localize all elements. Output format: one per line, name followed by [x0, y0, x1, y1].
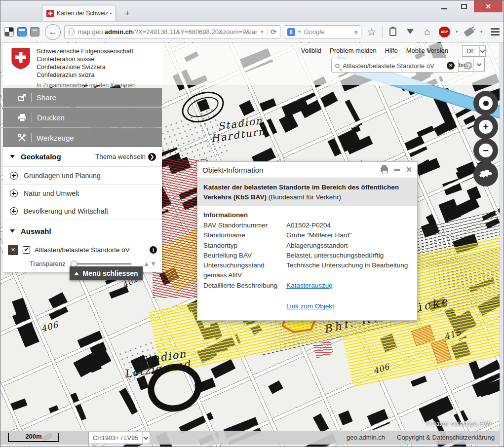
url-text: map.geo.admin.ch/?X=249138.11&Y=680698.2… [78, 28, 257, 36]
remove-layer-icon[interactable]: ✕ [8, 245, 18, 255]
popup-title: Objekt-Information [202, 166, 381, 174]
bookmarks-panel-icon[interactable] [386, 25, 400, 39]
category-natur[interactable]: Natur und Umwelt [3, 185, 162, 202]
logo-line: Schweizerische Eidgenossenschaft [37, 48, 136, 56]
info-row: Link zum Objekt [203, 301, 411, 311]
popup-layer-title: Kataster der belasteten Standorte im Ber… [197, 178, 417, 206]
layer-info-icon[interactable]: i [150, 246, 157, 254]
menu-item-drucken[interactable]: Drucken [3, 108, 162, 127]
adblock-dropdown-icon[interactable]: ▼ [455, 30, 459, 34]
zoom-in-button[interactable]: + [473, 114, 498, 139]
geolocate-button[interactable] [473, 91, 498, 115]
new-tab-button[interactable]: + [121, 7, 134, 19]
confederation-logo: Schweizerische Eidgenossenschaft Confédé… [3, 43, 163, 85]
swiss-shield-icon [11, 48, 31, 70]
layer-reorder-icons[interactable]: ▲▼ [143, 260, 157, 267]
extension-icon-2[interactable] [17, 27, 27, 37]
auswahl-title[interactable]: Auswahl [21, 227, 155, 235]
copyright-link[interactable]: Copyright & Datenschutzerklärung [397, 434, 495, 441]
zoom-to-switzerland-button[interactable] [473, 162, 498, 186]
projection-select[interactable]: CH1903+ / LV95 [88, 432, 150, 444]
close-menu-button[interactable]: Menü schliessen [70, 266, 143, 280]
tab-title: Karten der Schweiz - Schweize... [57, 10, 112, 17]
search-engine-bar[interactable]: 8 ▼ Google ⌕ [284, 25, 361, 39]
link-hilfe[interactable]: Hilfe [385, 47, 398, 54]
home-icon[interactable]: ⌂ [421, 25, 434, 39]
zoom-out-button[interactable]: − [473, 138, 498, 163]
scrollbar-gutter[interactable] [500, 42, 504, 447]
bookmark-star-icon[interactable]: ☆ [365, 25, 379, 39]
layer-checkbox[interactable]: ✔ [23, 246, 30, 254]
search-placeholder: Google [304, 28, 352, 36]
navigation-toolbar: ← map.geo.admin.ch/?X=249138.11&Y=680698… [0, 21, 504, 42]
sidebar-menu: Share Drucken Werkzeuge [3, 88, 162, 148]
menu-item-werkzeuge[interactable]: Werkzeuge [3, 128, 162, 147]
title-bar: Karten der Schweiz - Schweize... + ✕ [0, 0, 504, 21]
share-icon [18, 93, 26, 102]
downloads-icon[interactable] [403, 25, 417, 39]
adblock-icon[interactable]: ABP [437, 25, 451, 39]
search-go-icon[interactable]: ⌕ [351, 28, 360, 37]
expand-icon[interactable] [10, 172, 18, 180]
link-zum-objekt-link[interactable]: Link zum Objekt [286, 302, 334, 310]
collapse-icon[interactable] [10, 229, 15, 233]
link-mobile-version[interactable]: Mobile Version [406, 47, 448, 54]
swiss-favicon [46, 10, 54, 17]
target-icon [483, 101, 489, 106]
expand-icon[interactable] [10, 189, 18, 197]
plugin-dropdown-icon[interactable]: ▼ [479, 30, 483, 34]
reload-icon[interactable]: ⟳ [267, 28, 277, 37]
back-button[interactable]: ← [45, 24, 61, 40]
map-footer: 200m CH1903+ / LV95 geo.admin.ch Copyrig… [0, 431, 500, 445]
url-bar[interactable]: map.geo.admin.ch/?X=249138.11&Y=680698.2… [64, 25, 280, 39]
browser-tab[interactable]: Karten der Schweiz - Schweize... [42, 5, 116, 21]
menu-hamburger-icon[interactable] [491, 28, 500, 36]
geokatalog-title[interactable]: Geokatalog [21, 152, 95, 161]
google-engine-icon[interactable]: 8 [287, 28, 295, 36]
category-bevoelkerung[interactable]: Bevölkerung und Wirtschaft [3, 202, 162, 220]
menu-item-share[interactable]: Share [3, 88, 162, 107]
info-row: BAV StandortnummerA01502-P0204 [203, 221, 411, 230]
info-row: StandorttypAblagerungsstandort [203, 241, 411, 251]
close-popup-icon[interactable]: ✕ [406, 165, 412, 174]
url-dropdown-icon[interactable]: ▼ [260, 30, 264, 35]
info-row: Detaillierte Beschreibung Katasterauszug [203, 281, 411, 291]
site-header: Vollbild Problem melden Hilfe Mobile Ver… [3, 43, 500, 85]
map-search-box[interactable]: ✕ [331, 59, 459, 73]
info-row: Untersuchungsstand gemäss AltlVTechnisch… [203, 261, 411, 281]
arrow-right-icon: ❯ [148, 153, 156, 161]
language-select[interactable]: DE [462, 45, 486, 57]
expand-icon[interactable] [10, 207, 18, 215]
clear-search-icon[interactable]: ✕ [447, 62, 455, 70]
minimize-popup-icon[interactable] [394, 169, 400, 171]
printer-icon [18, 113, 27, 122]
link-vollbild[interactable]: Vollbild [301, 47, 321, 54]
popup-section-title: Informationen [203, 211, 411, 219]
change-theme-link[interactable]: Thema wechseln ❯ [95, 153, 156, 161]
link-problem-melden[interactable]: Problem melden [330, 47, 377, 54]
minimize-button[interactable] [434, 0, 454, 12]
scale-bar: 200m [8, 433, 59, 442]
transparency-label: Transparenz [30, 260, 66, 267]
plugin-icon[interactable] [462, 25, 476, 39]
maximize-button[interactable] [454, 0, 474, 12]
category-grundlagen[interactable]: Grundlagen und Planung [3, 167, 162, 185]
map-search-input[interactable] [343, 62, 444, 70]
engine-dropdown-icon[interactable]: ▼ [298, 30, 302, 34]
info-row: Beurteilung BAVBelastet, untersuchungsbe… [203, 251, 411, 261]
extension-icon-3[interactable] [30, 27, 39, 37]
extension-icon-1[interactable] [4, 27, 14, 37]
collapse-icon[interactable] [10, 155, 15, 158]
search-help-icon[interactable]: ? [465, 62, 472, 70]
print-icon[interactable] [381, 167, 388, 172]
object-info-popup: Objekt-Information ✕ Kataster der belast… [197, 161, 418, 321]
logo-line: Confédération suisse [37, 56, 136, 64]
tools-icon [18, 134, 26, 142]
katasterauszug-link[interactable]: Katasterauszug [286, 282, 333, 289]
chevron-up-icon [74, 272, 79, 275]
map-attribution: © Daten: swisstopo, BAV [426, 420, 492, 427]
geoadmin-link[interactable]: geo.admin.ch [347, 434, 385, 441]
close-button[interactable]: ✕ [474, 0, 503, 12]
browser-window: Karten der Schweiz - Schweize... + ✕ ← m… [0, 0, 504, 447]
logo-line: Confederazione Svizzera [37, 64, 136, 72]
